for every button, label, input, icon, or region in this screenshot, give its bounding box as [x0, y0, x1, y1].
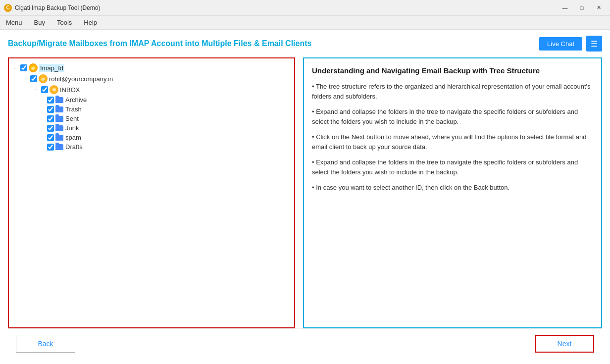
checkbox-inbox[interactable] — [41, 86, 48, 93]
info-bullet-5: • In case you want to select another ID,… — [312, 183, 593, 193]
checkbox-junk[interactable] — [47, 125, 54, 132]
menu-buy[interactable]: Buy — [32, 18, 47, 27]
folder-spam-icon — [55, 135, 63, 141]
label-sent: Sent — [65, 115, 79, 122]
tree-node-root: − @ Imap_Id — [11, 62, 292, 73]
bottom-bar: Back Next — [8, 328, 602, 358]
bullet-dot-3: • — [312, 133, 316, 141]
tree-node-trash: Trash — [11, 104, 292, 114]
app-title: Cigati Imap Backup Tool (Demo) — [15, 4, 101, 11]
live-chat-button[interactable]: Live Chat — [539, 37, 582, 51]
bullet-dot-2: • — [312, 108, 316, 115]
info-bullet-3: • Click on the Next button to move ahead… — [312, 132, 593, 152]
bullet-dot-5: • — [312, 184, 316, 191]
app-icon: C — [4, 4, 12, 12]
label-archive: Archive — [65, 96, 87, 104]
back-button[interactable]: Back — [16, 335, 75, 353]
toggle-inbox[interactable]: − — [32, 87, 40, 93]
menu-bar: Menu Buy Tools Help — [0, 16, 610, 30]
checkbox-sent[interactable] — [47, 115, 54, 122]
title-bar-left: C Cigati Imap Backup Tool (Demo) — [4, 4, 101, 12]
folder-trash-icon — [55, 106, 63, 112]
imap-icon: @ — [29, 63, 38, 72]
info-panel: Understanding and Navigating Email Backu… — [303, 57, 602, 328]
next-button[interactable]: Next — [535, 335, 594, 353]
tree-panel: − @ Imap_Id − @ rohit@yourcompany.in − ✉… — [8, 57, 295, 328]
menu-help[interactable]: Help — [82, 18, 99, 27]
info-bullet-2: • Expand and collapse the folders in the… — [312, 107, 593, 126]
checkbox-archive[interactable] — [47, 97, 54, 104]
page-title: Backup/Migrate Mailboxes from IMAP Accou… — [8, 39, 311, 48]
folder-junk-icon — [55, 125, 63, 131]
checkbox-drafts[interactable] — [47, 144, 54, 151]
label-spam: spam — [65, 134, 81, 141]
label-junk: Junk — [65, 124, 79, 132]
toggle-root[interactable]: − — [11, 65, 19, 71]
header-row: Backup/Migrate Mailboxes from IMAP Accou… — [8, 36, 602, 52]
maximize-button[interactable]: □ — [574, 3, 589, 13]
tree-node-drafts: Drafts — [11, 142, 292, 152]
folder-drafts-icon — [55, 144, 63, 150]
tree-node-sent: Sent — [11, 114, 292, 123]
tree-node-spam: spam — [11, 133, 292, 142]
main-content: Backup/Migrate Mailboxes from IMAP Accou… — [0, 30, 610, 364]
email-icon: @ — [39, 74, 48, 83]
checkbox-trash[interactable] — [47, 106, 54, 113]
label-account: rohit@yourcompany.in — [49, 75, 113, 83]
label-drafts: Drafts — [65, 143, 83, 151]
label-trash: Trash — [65, 105, 82, 113]
folder-archive-icon — [55, 97, 63, 103]
minimize-button[interactable]: — — [558, 3, 572, 13]
header-buttons: Live Chat ☰ — [539, 36, 602, 52]
tree-node-account: − @ rohit@yourcompany.in — [11, 73, 292, 84]
close-button[interactable]: ✕ — [591, 3, 606, 13]
label-inbox: INBOX — [60, 86, 80, 94]
menu-menu[interactable]: Menu — [4, 18, 24, 27]
toggle-account[interactable]: − — [21, 76, 29, 82]
tree-node-junk: Junk — [11, 123, 292, 133]
info-bullet-4: • Expand and collapse the folders in the… — [312, 157, 593, 177]
label-root: Imap_Id — [39, 64, 64, 72]
checkbox-spam[interactable] — [47, 134, 54, 141]
window-controls: — □ ✕ — [558, 3, 606, 13]
hamburger-menu-button[interactable]: ☰ — [586, 36, 602, 52]
tree-node-archive: Archive — [11, 95, 292, 104]
checkbox-root[interactable] — [20, 64, 27, 71]
info-panel-title: Understanding and Navigating Email Backu… — [312, 66, 593, 75]
info-bullet-1: • The tree structure refers to the organ… — [312, 82, 593, 101]
bullet-dot-1: • — [312, 83, 316, 90]
body-panels: − @ Imap_Id − @ rohit@yourcompany.in − ✉… — [8, 57, 602, 328]
checkbox-account[interactable] — [30, 75, 37, 82]
tree-node-inbox: − ✉ INBOX — [11, 84, 292, 95]
bullet-dot-4: • — [312, 158, 316, 166]
menu-tools[interactable]: Tools — [55, 18, 74, 27]
folder-sent-icon — [55, 116, 63, 122]
inbox-icon: ✉ — [50, 85, 58, 94]
title-bar: C Cigati Imap Backup Tool (Demo) — □ ✕ — [0, 0, 610, 16]
